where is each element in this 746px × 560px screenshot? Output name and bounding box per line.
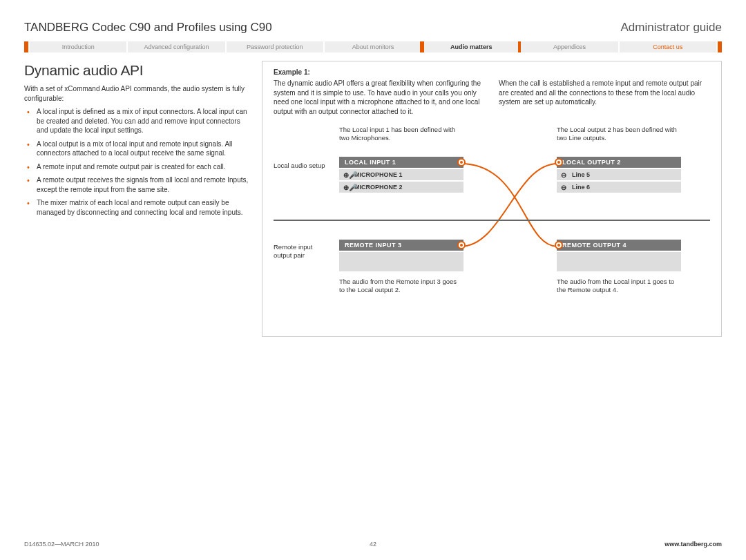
local-input-caption: The Local input 1 has been defined with … [339, 126, 463, 143]
divider-line [274, 220, 710, 221]
bullet-item: The mixer matrix of each local and remot… [32, 198, 252, 217]
audio-diagram: The Local input 1 has been defined with … [274, 126, 710, 305]
local-output-caption: The Local output 2 has been defined with… [557, 126, 681, 143]
page-number: 42 [370, 541, 376, 548]
nav-advanced-config[interactable]: Advanced configuration [128, 41, 224, 52]
bullet-item: A local output is a mix of local input a… [32, 139, 252, 158]
bullet-item: A remote output receives the signals fro… [32, 175, 252, 194]
footer-url: www.tandberg.com [664, 541, 722, 548]
connector-dot-icon [555, 241, 563, 249]
line-5-row: ⊖Line 5 [557, 168, 681, 180]
bullet-item: A remote input and remote output pair is… [32, 162, 252, 172]
nav-password-protection[interactable]: Password protection [227, 41, 323, 52]
header: TANDBERG Codec C90 and Profiles using C9… [24, 21, 722, 35]
page-heading: Dynamic audio API [24, 61, 252, 80]
top-nav: Introduction Advanced configuration Pass… [24, 41, 722, 52]
example-para-right: When the call is established a remote in… [499, 79, 710, 116]
connector-dot-icon [555, 158, 563, 166]
footer: D14635.02—MARCH 2010 42 www.tandberg.com [24, 541, 722, 548]
line-6-row: ⊖Line 6 [557, 180, 681, 193]
remote-input-header: REMOTE INPUT 3 [339, 240, 463, 251]
nav-audio-matters[interactable]: Audio matters [423, 41, 519, 52]
nav-edge-right [718, 41, 722, 52]
intro-text: With a set of xCommand Audio API command… [24, 84, 252, 103]
example-panel: Example 1: The dynamic audio API offers … [262, 61, 722, 337]
nav-contact-us[interactable]: Contact us [620, 41, 716, 52]
mic-icon: ⊕🎤 [343, 171, 357, 179]
side-label-local: Local audio setup [274, 162, 329, 170]
feature-list: A local input is defined as a mix of inp… [24, 107, 252, 217]
nav-about-monitors[interactable]: About monitors [325, 41, 421, 52]
local-input-header: LOCAL INPUT 1 [339, 157, 463, 168]
remote-input-caption: The audio from the Remote input 3 goes t… [339, 278, 463, 295]
doc-title: TANDBERG Codec C90 and Profiles using C9… [24, 21, 272, 35]
nav-edge-left [24, 41, 28, 52]
example-para-left: The dynamic audio API offers a great fle… [274, 79, 485, 116]
doc-subtitle: Administrator guide [621, 21, 722, 35]
example-title: Example 1: [274, 68, 710, 76]
left-column: Dynamic audio API With a set of xCommand… [24, 61, 252, 337]
output-icon: ⊖ [561, 184, 566, 191]
connector-dot-icon [457, 241, 466, 249]
remote-output-caption: The audio from the Local input 1 goes to… [557, 278, 681, 295]
bullet-item: A local input is defined as a mix of inp… [32, 107, 252, 135]
side-label-remote: Remote input output pair [274, 243, 329, 260]
remote-output-header: REMOTE OUTPUT 4 [557, 240, 681, 251]
mic-2-row: ⊕🎤MICROPHONE 2 [339, 180, 463, 193]
output-icon: ⊖ [561, 171, 566, 179]
remote-input-box: REMOTE INPUT 3 [339, 240, 463, 271]
footer-doc-id: D14635.02—MARCH 2010 [24, 541, 99, 548]
nav-appendices[interactable]: Appendices [521, 41, 618, 52]
connector-dot-icon [457, 158, 466, 166]
remote-output-box: REMOTE OUTPUT 4 [557, 240, 681, 271]
local-output-header: LOCAL OUTPUT 2 [557, 157, 681, 168]
mic-icon: ⊕🎤 [343, 184, 357, 191]
local-output-box: LOCAL OUTPUT 2 ⊖Line 5 ⊖Line 6 [557, 157, 681, 193]
nav-introduction[interactable]: Introduction [30, 41, 126, 52]
mic-1-row: ⊕🎤MICROPHONE 1 [339, 168, 463, 180]
local-input-box: LOCAL INPUT 1 ⊕🎤MICROPHONE 1 ⊕🎤MICROPHON… [339, 157, 463, 193]
